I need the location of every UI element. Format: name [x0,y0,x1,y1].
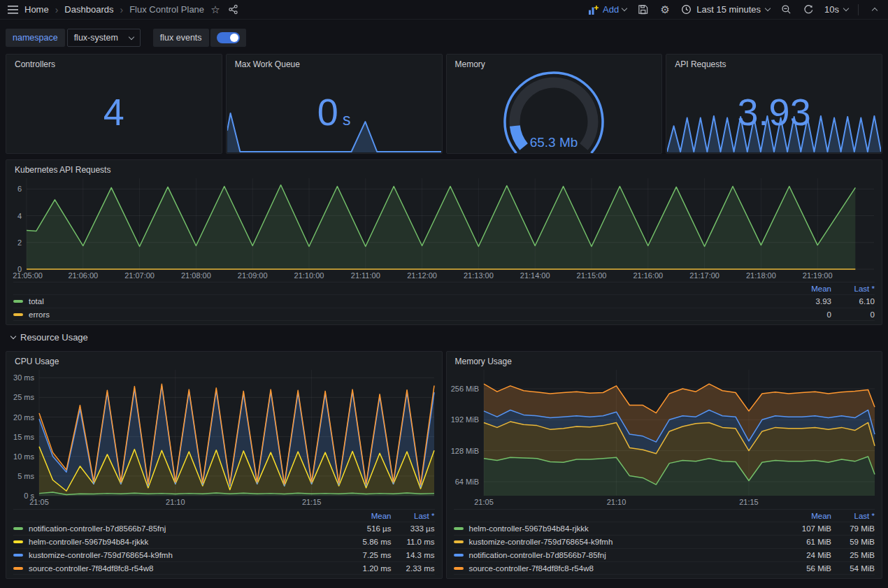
panel-title[interactable]: CPU Usage [6,352,442,368]
legend-series-name[interactable]: kustomize-controller-759d768654-k9fmh [469,538,776,546]
breadcrumb-dashboards[interactable]: Dashboards [64,4,113,15]
x-axis-tick-label: 21:13:00 [464,271,494,280]
variables-bar: namespace flux-system flux events [0,20,888,54]
panel-title[interactable]: API Requests [666,55,882,71]
legend-last-value: 333 µs [392,524,435,533]
legend-series-name[interactable]: helm-controller-5967b94b84-rjkkk [29,538,336,546]
cpu-usage-legend: MeanLast *notification-controller-b7d856… [13,509,435,575]
legend-sort-mean[interactable]: Mean [775,285,831,293]
legend-sort-last[interactable]: Last * [831,285,875,293]
series-color-swatch[interactable] [13,567,23,570]
menu-icon[interactable] [7,3,20,17]
panel-title[interactable]: Memory Usage [447,352,882,368]
series-color-swatch[interactable] [13,554,23,557]
legend-header: MeanLast * [454,510,875,522]
star-icon[interactable]: ☆ [209,3,222,17]
legend-series-name[interactable]: source-controller-7f84df8fc8-r54w8 [469,564,776,573]
legend-sort-last[interactable]: Last * [831,512,875,520]
chevron-down-icon [10,333,16,338]
panel-title[interactable]: Kubernetes API Requests [6,160,882,176]
y-axis-tick-label: 30 ms [13,373,34,382]
resource-usage-section-header[interactable]: Resource Usage [11,331,877,343]
save-icon[interactable] [636,3,649,17]
series-color-swatch[interactable] [454,567,464,570]
legend-row: kustomize-controller-759d768654-k9fmh7.2… [13,548,435,561]
breadcrumb-separator: › [118,4,124,15]
api-requests-value: 3.93 [738,93,811,131]
legend-series-name[interactable]: notification-controller-b7d8566b7-85fnj [29,524,336,533]
legend-header: MeanLast * [13,510,435,522]
legend-mean-value: 24 MiB [775,551,831,559]
series-color-swatch[interactable] [13,527,23,530]
panel-title[interactable]: Controllers [6,55,222,71]
memory-gauge: 65.3 Mb [447,69,662,153]
legend-last-value: 79 MiB [831,524,875,533]
series-color-swatch[interactable] [13,313,23,316]
memory-usage-chart[interactable]: 21:0521:1021:1564 MiB128 MiB192 MiB256 M… [450,370,876,508]
series-color-swatch[interactable] [454,540,464,543]
gear-icon[interactable]: ⚙ [659,3,671,17]
legend-sort-mean[interactable]: Mean [775,512,831,520]
legend-series-name[interactable]: total [29,297,775,306]
y-axis-tick-label: 128 MiB [450,447,478,455]
x-axis-tick-label: 21:18:00 [746,271,776,280]
legend-mean-value: 1.20 ms [336,564,392,573]
api-requests-panel: API Requests 3.93 [666,54,882,154]
legend-series-name[interactable]: errors [29,310,775,319]
legend-series-name[interactable]: source-controller-7f84df8fc8-r54w8 [29,564,336,573]
add-button[interactable]: Add [588,4,626,15]
k8s-api-chart[interactable]: 21:05:0021:06:0021:07:0021:08:0021:09:00… [10,178,875,281]
legend-mean-value: 0 [775,310,831,319]
flux-events-toggle[interactable] [217,32,240,43]
work-queue-value: 0 [317,93,338,131]
share-icon[interactable] [227,3,239,17]
refresh-interval-dropdown[interactable]: 10s [824,4,848,15]
legend-mean-value: 107 MiB [775,524,831,533]
legend-mean-value: 7.25 ms [336,551,392,559]
y-axis-tick-label: 10 ms [13,452,34,461]
y-axis-tick-label: 5 ms [17,472,34,480]
refresh-icon[interactable] [802,3,815,17]
legend-last-value: 25 MiB [831,551,875,559]
gauge-value: 65.3 Mb [530,135,578,150]
legend-sort-mean[interactable]: Mean [336,512,392,520]
legend-mean-value: 3.93 [775,297,831,306]
y-axis-tick-label: 6 [17,185,22,193]
y-axis-tick-label: 15 ms [13,433,34,441]
legend-series-name[interactable]: helm-controller-5967b94b84-rjkkk [469,524,776,533]
series-color-swatch[interactable] [454,554,464,557]
namespace-variable-label: namespace [6,29,65,47]
legend-series-name[interactable]: notification-controller-b7d8566b7-85fnj [469,551,776,559]
memory-gauge-panel: Memory 65.3 Mb [446,54,663,154]
max-work-queue-panel: Max Work Queue 0 s [226,54,443,154]
chart-canvas: 21:05:0021:06:0021:07:0021:08:0021:09:00… [10,178,875,281]
panel-title[interactable]: Max Work Queue [227,55,442,71]
series-color-swatch[interactable] [454,527,464,530]
legend-row: errors00 [13,308,875,321]
time-range-picker[interactable]: Last 15 minutes [681,4,770,15]
series-color-swatch[interactable] [13,540,23,543]
breadcrumb-home[interactable]: Home [24,4,49,15]
y-axis-tick-label: 4 [17,212,22,220]
collapse-icon[interactable] [868,3,881,17]
flux-events-label: flux events [153,29,209,47]
flux-events-toggle-container [210,29,246,47]
legend-last-value: 59 MiB [831,538,875,546]
legend-series-name[interactable]: kustomize-controller-759d768654-k9fmh [29,551,336,559]
y-axis-tick-label: 20 ms [13,413,34,422]
zoom-out-icon[interactable] [780,3,792,17]
y-axis-tick-label: 25 ms [13,393,34,401]
legend-mean-value: 516 µs [336,524,392,533]
add-panel-icon [588,4,599,15]
chart-canvas: 21:0521:1021:150 s5 ms10 ms15 ms20 ms25 … [10,370,436,508]
legend-last-value: 6.10 [831,297,875,306]
k8s-api-requests-panel: Kubernetes API Requests 21:05:0021:06:00… [6,159,882,325]
legend-sort-last[interactable]: Last * [392,512,435,520]
y-axis-tick-label: 0 [17,265,22,273]
series-color-swatch[interactable] [13,300,23,303]
namespace-variable-select[interactable]: flux-system [67,29,141,47]
x-axis-tick-label: 21:08:00 [181,271,211,280]
legend-row: total3.936.10 [13,294,875,308]
legend-last-value: 11.0 ms [392,538,435,546]
cpu-usage-chart[interactable]: 21:0521:1021:150 s5 ms10 ms15 ms20 ms25 … [10,370,436,508]
